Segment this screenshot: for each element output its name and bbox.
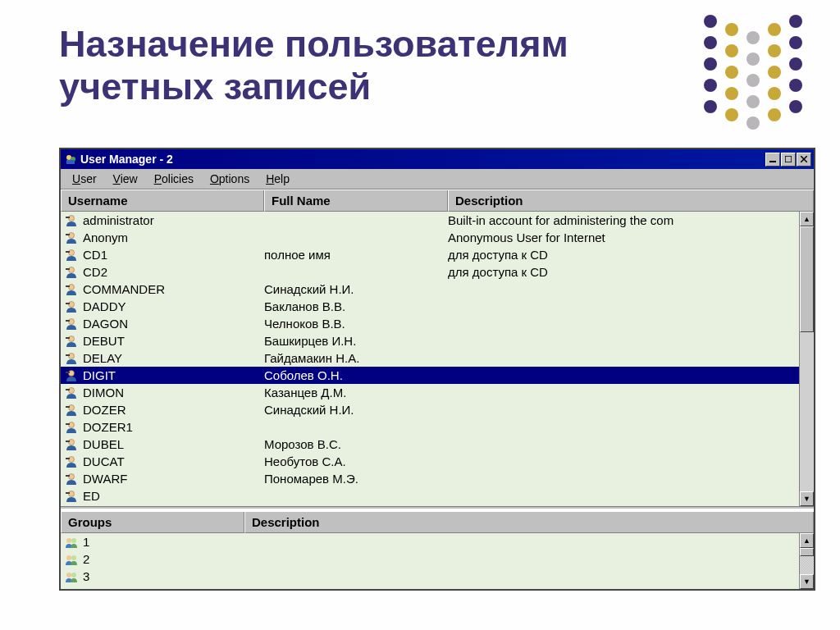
- group-icon: [63, 535, 80, 550]
- table-row[interactable]: DOZERСинадский Н.И.: [61, 401, 799, 418]
- scroll-thumb[interactable]: [800, 226, 814, 332]
- col-groups[interactable]: Groups: [61, 512, 244, 533]
- table-row[interactable]: administratorBuilt-in account for admini…: [61, 212, 799, 229]
- svg-point-0: [704, 15, 717, 28]
- table-row[interactable]: DEBUTБашкирцев И.Н.: [61, 332, 799, 349]
- svg-point-66: [66, 538, 71, 543]
- close-button[interactable]: [797, 153, 811, 167]
- user-columns: Username Full Name Description: [61, 189, 814, 212]
- user-icon: [63, 454, 80, 469]
- user-icon: [63, 403, 80, 418]
- table-row[interactable]: 1: [61, 533, 799, 550]
- col-fullname[interactable]: Full Name: [264, 190, 448, 212]
- cell-description: Built-in account for administering the c…: [448, 213, 799, 227]
- svg-point-16: [768, 44, 781, 57]
- users-scrollbar[interactable]: ▲ ▼: [799, 212, 814, 506]
- table-row[interactable]: COMMANDERСинадский Н.И.: [61, 281, 799, 298]
- cell-username: DELAY: [83, 351, 264, 365]
- svg-rect-63: [66, 475, 70, 477]
- cell-fullname: Соболев О.Н.: [264, 368, 448, 382]
- cell-group-name: 2: [83, 552, 244, 566]
- cell-fullname: Башкирцев И.Н.: [264, 334, 448, 348]
- table-row[interactable]: CD2для доступа к CD: [61, 263, 799, 281]
- user-icon: [63, 351, 80, 366]
- svg-rect-37: [66, 251, 70, 253]
- scroll-up-icon[interactable]: ▲: [800, 533, 814, 548]
- col-description[interactable]: Description: [448, 190, 814, 212]
- svg-point-7: [725, 66, 738, 79]
- svg-point-21: [789, 36, 802, 49]
- cell-username: CD2: [83, 265, 264, 279]
- user-manager-window: User Manager - 2 User View Policies Opti…: [59, 148, 815, 591]
- svg-rect-39: [66, 268, 70, 270]
- table-row[interactable]: 2: [61, 550, 799, 568]
- svg-point-17: [768, 66, 781, 79]
- menu-view[interactable]: View: [105, 171, 146, 187]
- svg-point-67: [71, 538, 76, 543]
- table-row[interactable]: DOZER1: [61, 418, 799, 436]
- decorative-dots: [696, 7, 827, 146]
- table-row[interactable]: DAGONЧелноков В.В.: [61, 315, 799, 332]
- svg-point-11: [746, 52, 760, 66]
- cell-username: DOZER: [83, 403, 264, 417]
- cell-username: DEBUT: [83, 334, 264, 348]
- users-pane: Username Full Name Description administr…: [61, 189, 814, 506]
- cell-fullname: Синадский Н.И.: [264, 403, 448, 417]
- menu-user[interactable]: User: [64, 171, 105, 187]
- menu-policies[interactable]: Policies: [146, 171, 202, 187]
- svg-point-8: [725, 87, 738, 100]
- svg-point-4: [704, 100, 717, 113]
- window-controls: [765, 153, 811, 167]
- user-icon: [63, 213, 80, 228]
- user-icon: [63, 420, 80, 435]
- cell-fullname: полное имя: [264, 248, 448, 262]
- svg-rect-51: [66, 372, 70, 373]
- svg-point-10: [746, 31, 760, 44]
- table-row[interactable]: DUCATНеобутов С.А.: [61, 453, 799, 470]
- table-row[interactable]: DELAYГайдамакин Н.А.: [61, 349, 799, 367]
- scroll-down-icon[interactable]: ▼: [800, 491, 814, 506]
- table-row[interactable]: 3: [61, 568, 799, 585]
- user-icon: [63, 368, 80, 383]
- scroll-thumb[interactable]: [800, 548, 814, 556]
- scroll-up-icon[interactable]: ▲: [800, 212, 814, 226]
- scroll-down-icon[interactable]: ▼: [800, 574, 814, 589]
- titlebar[interactable]: User Manager - 2: [61, 149, 814, 169]
- svg-point-12: [746, 74, 760, 87]
- cell-group-name: 1: [83, 535, 244, 549]
- user-icon: [63, 386, 80, 400]
- cell-fullname: Бакланов В.В.: [264, 299, 448, 313]
- cell-username: Anonym: [83, 231, 264, 244]
- table-row[interactable]: ED: [61, 487, 799, 504]
- svg-point-22: [789, 57, 802, 71]
- group-list[interactable]: 123: [61, 533, 799, 589]
- table-row[interactable]: DIMONКазанцев Д.М.: [61, 384, 799, 401]
- menu-options[interactable]: Options: [202, 171, 258, 187]
- cell-username: DUCAT: [83, 454, 264, 468]
- svg-rect-53: [66, 389, 70, 390]
- svg-point-2: [704, 57, 717, 71]
- cell-username: administrator: [83, 213, 264, 227]
- cell-username: ED: [83, 489, 264, 503]
- svg-point-68: [66, 555, 71, 560]
- svg-point-13: [746, 95, 760, 108]
- svg-rect-45: [66, 320, 70, 322]
- svg-rect-43: [66, 303, 70, 304]
- col-group-description[interactable]: Description: [244, 512, 814, 533]
- user-list[interactable]: administratorBuilt-in account for admini…: [61, 212, 799, 506]
- table-row[interactable]: DWARFПономарев М.Э.: [61, 470, 799, 487]
- user-icon: [63, 282, 80, 297]
- user-icon: [63, 248, 80, 262]
- groups-scrollbar[interactable]: ▲ ▼: [799, 533, 814, 589]
- col-username[interactable]: Username: [61, 190, 264, 212]
- groups-pane: Groups Description 123 ▲ ▼: [61, 509, 814, 589]
- table-row[interactable]: DIGITСоболев О.Н.: [61, 367, 799, 384]
- menu-help[interactable]: Help: [258, 171, 298, 187]
- minimize-button[interactable]: [765, 153, 780, 167]
- maximize-button[interactable]: [781, 153, 796, 167]
- table-row[interactable]: AnonymAnonymous User for Internet: [61, 229, 799, 246]
- svg-point-5: [725, 23, 738, 36]
- table-row[interactable]: CD1полное имядля доступа к CD: [61, 246, 799, 263]
- table-row[interactable]: DUBELМорозов В.С.: [61, 436, 799, 453]
- table-row[interactable]: DADDYБакланов В.В.: [61, 298, 799, 315]
